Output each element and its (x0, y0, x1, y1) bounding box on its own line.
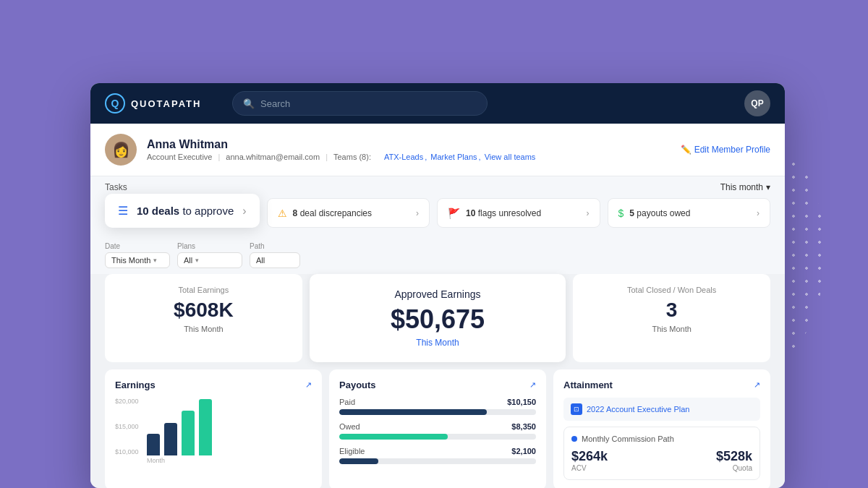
payout-paid-header: Paid $10,150 (339, 398, 536, 406)
logo-area: Q QUOTAPATH (105, 93, 221, 114)
payout-row-owed: Owed $8,350 (339, 422, 536, 440)
path-filter: Path All (250, 242, 300, 268)
total-earnings-period: This Month (116, 325, 291, 333)
payout-eligible-fill (339, 458, 378, 464)
team-link-3[interactable]: View all teams (485, 153, 536, 161)
flags-text: 10 flags unresolved (466, 208, 580, 218)
quota-label: Quota (716, 464, 752, 472)
total-earnings-card: Total Earnings $608K This Month (105, 274, 302, 362)
payouts-suffix: payouts owed (634, 208, 690, 218)
deals-text: 10 deals to approve (137, 205, 234, 217)
payout-paid-track (339, 409, 536, 415)
period-label: This month (720, 182, 763, 192)
date-filter-select[interactable]: This Month ▾ (105, 252, 170, 268)
attainment-panel-header: Attainment ↗ (563, 380, 760, 390)
y-label-1: $20,000 (115, 398, 139, 405)
approved-earnings-card: Approved Earnings $50,675 This Month (310, 274, 566, 362)
commission-path-row: Monthly Commission Path (571, 435, 752, 443)
flags-card[interactable]: 🚩 10 flags unresolved › (437, 198, 600, 228)
acv-value: $264k (571, 449, 608, 464)
chart-bar (164, 423, 177, 455)
plan-name: 2022 Account Executive Plan (587, 405, 689, 414)
search-bar[interactable]: 🔍 Search (232, 91, 488, 116)
chart-bar (199, 399, 212, 455)
plans-filter-value: All (184, 256, 192, 265)
chevron-right-icon-4: › (757, 208, 760, 218)
earnings-external-link-icon[interactable]: ↗ (305, 380, 312, 390)
commission-path-label: Monthly Commission Path (582, 435, 674, 443)
avatar: 👩 (105, 134, 137, 166)
payouts-panel-header: Payouts ↗ (339, 380, 536, 390)
payout-paid-fill (339, 409, 487, 415)
path-filter-value: All (256, 256, 265, 265)
checklist-icon: ☰ (118, 204, 128, 218)
date-chevron-icon: ▾ (153, 257, 157, 264)
earnings-chart: $20,000 $15,000 $10,000 Month (115, 398, 312, 463)
tasks-label: Tasks (105, 182, 127, 192)
payout-eligible-header: Eligible $2,100 (339, 447, 536, 455)
payout-owed-header: Owed $8,350 (339, 422, 536, 431)
deal-discrepancies-card[interactable]: ⚠ 8 deal discrepancies › (267, 198, 430, 228)
search-placeholder: Search (260, 98, 290, 109)
chevron-right-icon: › (242, 205, 246, 218)
earnings-panel-header: Earnings ↗ (115, 380, 312, 390)
total-earnings-label: Total Earnings (116, 286, 291, 294)
divider2: | (326, 153, 328, 161)
date-filter-value: This Month (111, 256, 150, 265)
total-deals-value: 3 (584, 299, 759, 322)
attainment-plan-row: ⊡ 2022 Account Executive Plan (563, 398, 760, 421)
month-label: Month (115, 457, 312, 464)
acv-label: ACV (571, 464, 608, 472)
payout-eligible-track (339, 458, 536, 464)
edit-profile-label: Edit Member Profile (694, 145, 770, 155)
nav-avatar[interactable]: QP (744, 90, 770, 116)
flags-suffix: flags unresolved (475, 208, 541, 218)
task-cards: ☰ 10 deals to approve › ⚠ 8 deal discrep… (90, 198, 785, 235)
acv-item: $264k ACV (571, 449, 608, 472)
main-content: Total Earnings $608K This Month Approved… (90, 274, 785, 488)
navbar: Q QUOTAPATH 🔍 Search QP (90, 83, 785, 124)
profile-name: Anna Whitman (147, 138, 671, 151)
stat-cards: Total Earnings $608K This Month Approved… (105, 274, 770, 362)
dollar-icon: $ (618, 207, 624, 219)
period-dropdown[interactable]: This month ▾ (720, 182, 770, 192)
total-earnings-value: $608K (116, 299, 291, 322)
approved-earnings-value: $50,675 (324, 304, 552, 335)
payouts-owed-card[interactable]: $ 5 payouts owed › (608, 198, 770, 228)
plan-icon: ⊡ (571, 403, 582, 415)
payouts-external-link-icon[interactable]: ↗ (529, 380, 536, 390)
edit-profile-button[interactable]: ✏️ Edit Member Profile (681, 145, 770, 155)
teams-links[interactable]: ATX-Leads, Market Plans, View all teams (383, 153, 537, 161)
divider: | (218, 153, 221, 161)
date-filter: Date This Month ▾ (105, 242, 170, 268)
payout-owed-track (339, 434, 536, 440)
payout-row-eligible: Eligible $2,100 (339, 447, 536, 464)
teams-label: Teams (8): (333, 153, 371, 161)
filters-row: Date This Month ▾ Plans All ▾ Path All (90, 235, 785, 274)
pencil-icon: ✏️ (681, 145, 692, 155)
chevron-down-icon: ▾ (766, 182, 770, 192)
quota-item: $528k Quota (716, 449, 752, 472)
app-window: Q QUOTAPATH 🔍 Search QP 👩 Anna Whitman A… (90, 83, 785, 488)
payout-paid-amount: $10,150 (507, 398, 536, 406)
profile-email: anna.whitman@email.com (226, 153, 320, 161)
chevron-right-icon-2: › (416, 208, 419, 218)
total-deals-card: Total Closed / Won Deals 3 This Month (573, 274, 770, 362)
commission-card: Monthly Commission Path $264k ACV $528k … (563, 427, 760, 480)
commission-dot (571, 436, 577, 442)
plans-chevron-icon: ▾ (195, 257, 199, 264)
deals-suffix: to approve (179, 205, 234, 217)
payout-row-paid: Paid $10,150 (339, 398, 536, 415)
plans-filter-label: Plans (177, 242, 242, 250)
plans-filter-select[interactable]: All ▾ (177, 252, 242, 268)
deals-approve-card[interactable]: ☰ 10 deals to approve › (105, 194, 260, 228)
deals-count: 10 deals (137, 205, 179, 217)
flags-count: 10 (466, 208, 475, 218)
profile-info: Anna Whitman Account Executive | anna.wh… (147, 138, 671, 161)
path-filter-select[interactable]: All (250, 252, 300, 268)
chart-bar (182, 411, 195, 455)
team-link-2[interactable]: Market Plans (430, 153, 477, 161)
team-link-1[interactable]: ATX-Leads (384, 153, 423, 161)
attainment-external-link-icon[interactable]: ↗ (754, 380, 760, 390)
chart-bar (147, 434, 160, 455)
